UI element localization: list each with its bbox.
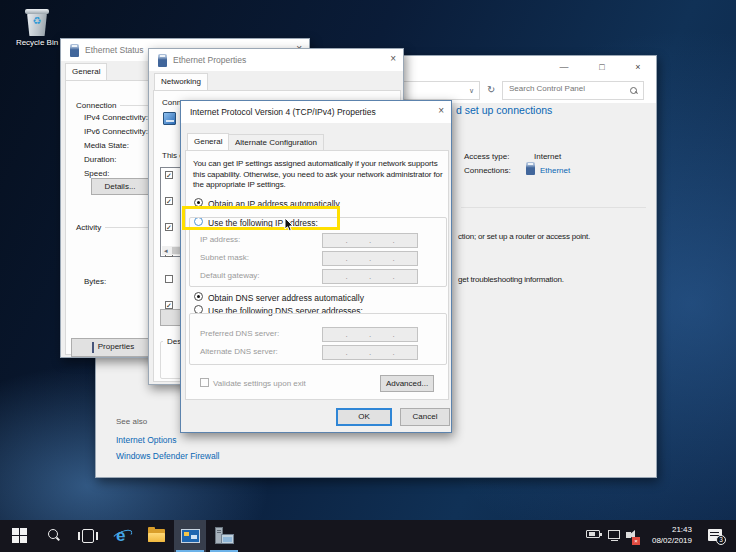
window-icon — [221, 534, 234, 544]
octet-separator: . — [393, 236, 395, 245]
search-icon[interactable] — [630, 87, 637, 94]
cancel-button[interactable]: Cancel — [400, 408, 450, 426]
octet-separator: . — [369, 272, 371, 281]
ethernet-connection-link[interactable]: Ethernet — [540, 166, 570, 175]
advanced-button-label: Advanced... — [386, 379, 428, 388]
octet-separator: . — [369, 330, 371, 339]
power-tray-icon[interactable] — [586, 530, 600, 538]
clock-time: 21:43 — [632, 524, 692, 535]
validate-settings-checkbox[interactable] — [200, 378, 209, 387]
volume-muted-tray-icon[interactable]: × — [626, 532, 631, 538]
ok-button[interactable]: OK — [336, 408, 392, 426]
folder-icon — [148, 529, 165, 542]
checkbox-checked-icon[interactable]: ✓ — [165, 197, 173, 205]
action-center-button[interactable]: 3 — [708, 529, 722, 541]
recycle-bin[interactable]: ♻ Recycle Bin — [6, 6, 68, 47]
alternate-dns-input[interactable]: ... — [322, 345, 418, 360]
recycle-bin-icon: ♻ — [25, 6, 49, 36]
validate-settings-label: Validate settings upon exit — [213, 379, 306, 388]
ip-address-input[interactable]: ... — [322, 233, 418, 248]
octet-separator: . — [393, 330, 395, 339]
troubleshoot-text: get troubleshooting information. — [458, 275, 564, 284]
close-icon[interactable]: × — [438, 105, 444, 117]
clock-date: 08/02/2019 — [632, 535, 692, 546]
maximize-button[interactable]: □ — [587, 58, 617, 77]
windows-defender-firewall-link[interactable]: Windows Defender Firewall — [116, 451, 219, 461]
minimize-button[interactable]: — — [549, 58, 579, 77]
bytes-label: Bytes: — [84, 277, 106, 286]
subnet-mask-label: Subnet mask: — [200, 253, 249, 262]
recycle-bin-rim — [25, 9, 49, 14]
ipv4-dialog-title: Internet Protocol Version 4 (TCP/IPv4) P… — [190, 107, 376, 117]
tab-alternate-configuration[interactable]: Alternate Configuration — [228, 134, 324, 151]
alternate-dns-label: Alternate DNS server: — [200, 347, 278, 356]
taskbar-clock[interactable]: 21:43 08/02/2019 — [632, 524, 692, 546]
intro-text: You can get IP settings assigned automat… — [193, 159, 445, 191]
subnet-mask-input[interactable]: ... — [322, 251, 418, 266]
advanced-button[interactable]: Advanced... — [380, 375, 434, 392]
ethernet-properties-title: Ethernet Properties — [173, 55, 246, 65]
octet-separator: . — [393, 254, 395, 263]
internet-explorer-icon: e — [113, 525, 133, 547]
checkbox-checked-icon[interactable]: ✓ — [165, 301, 173, 309]
internet-explorer-button[interactable]: e — [106, 520, 138, 552]
network-connections-taskbar-button[interactable] — [208, 520, 240, 552]
preferred-dns-input[interactable]: ... — [322, 327, 418, 342]
close-icon[interactable]: × — [390, 53, 396, 65]
refresh-icon[interactable]: ↻ — [487, 84, 495, 95]
obtain-dns-label[interactable]: Obtain DNS server address automatically — [208, 293, 364, 303]
octet-separator: . — [369, 348, 371, 357]
details-button-label: Details... — [104, 182, 135, 191]
obtain-dns-radio[interactable] — [194, 292, 203, 301]
ethernet-icon — [70, 44, 79, 57]
page-heading-partial: d set up connections — [456, 104, 552, 116]
octet-separator: . — [346, 348, 348, 357]
ipv4-dialog-titlebar: Internet Protocol Version 4 (TCP/IPv4) P… — [181, 101, 451, 123]
octet-separator: . — [369, 236, 371, 245]
scroll-left-icon[interactable]: ◂ — [162, 247, 168, 254]
highlight-annotation — [182, 206, 340, 230]
taskbar: e × 21:43 08/02/2019 3 — [0, 520, 736, 552]
notification-badge: 3 — [716, 535, 726, 545]
search-input[interactable] — [509, 84, 624, 93]
ethernet-properties-titlebar: Ethernet Properties × — [149, 49, 403, 71]
properties-button[interactable]: Properties — [71, 338, 151, 357]
connection-group-label: Connection — [72, 101, 120, 110]
search-box — [502, 81, 644, 100]
start-button[interactable] — [4, 520, 36, 552]
default-gateway-input[interactable]: ... — [322, 269, 418, 284]
task-view-icon — [82, 529, 94, 543]
tab-networking[interactable]: Networking — [154, 73, 208, 91]
tab-general[interactable]: General — [187, 133, 229, 151]
network-tray-icon[interactable] — [608, 530, 620, 539]
preferred-dns-label: Preferred DNS server: — [200, 329, 279, 338]
checkbox-checked-icon[interactable]: ✓ — [165, 223, 173, 231]
access-type-label: Access type: — [464, 152, 509, 161]
ok-button-label: OK — [358, 412, 370, 421]
close-button[interactable]: × — [623, 58, 653, 77]
taskbar-search-button[interactable] — [38, 520, 70, 552]
checkbox-checked-icon[interactable]: ✓ — [165, 171, 173, 179]
ipv4-general-page: You can get IP settings assigned automat… — [185, 150, 449, 400]
default-gateway-label: Default gateway: — [200, 271, 260, 280]
file-explorer-button[interactable] — [140, 520, 172, 552]
ethernet-status-title: Ethernet Status — [85, 45, 144, 55]
network-adapter-icon — [163, 112, 176, 125]
control-panel-taskbar-button[interactable] — [174, 520, 206, 552]
connections-label: Connections: — [464, 166, 511, 175]
cancel-button-label: Cancel — [413, 412, 438, 421]
properties-button-label: Properties — [98, 342, 134, 351]
internet-options-link[interactable]: Internet Options — [116, 435, 176, 445]
mouse-cursor — [284, 217, 295, 235]
tab-general[interactable]: General — [65, 63, 107, 81]
octet-separator: . — [346, 330, 348, 339]
speed-label: Speed: — [84, 169, 109, 178]
address-dropdown-icon[interactable]: ∨ — [469, 87, 474, 95]
section-divider — [461, 207, 646, 208]
octet-separator: . — [346, 236, 348, 245]
ipv4-connectivity-label: IPv4 Connectivity: — [84, 113, 148, 122]
checkbox-unchecked-icon[interactable] — [165, 275, 173, 283]
task-view-button[interactable] — [72, 520, 104, 552]
details-button[interactable]: Details... — [91, 178, 149, 195]
router-setup-text: ction; or set up a router or access poin… — [458, 232, 590, 241]
